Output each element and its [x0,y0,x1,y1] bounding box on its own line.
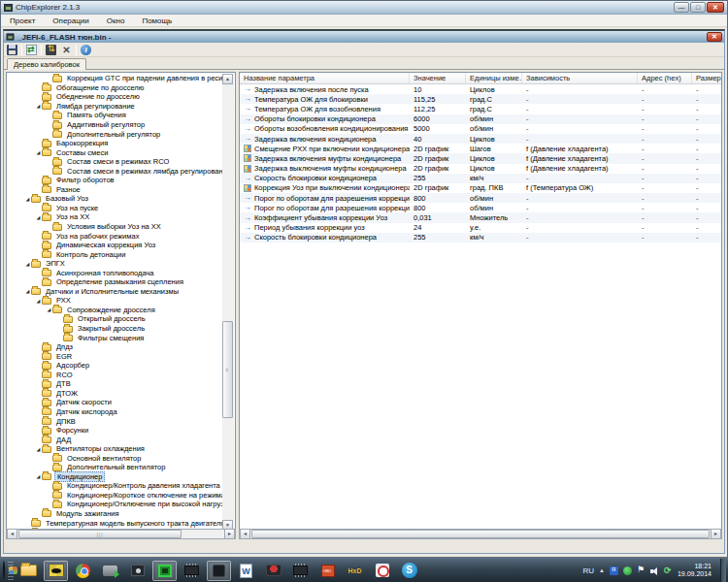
document-close-button[interactable]: ✕ [707,32,722,42]
expand-triangle-icon[interactable]: ◢ [24,196,31,202]
antivirus-tray-icon[interactable] [623,566,632,575]
tree-item[interactable]: Барокоррекция [8,139,222,148]
table-row[interactable]: →Задержка включения кондиционера40Циклов… [240,134,721,144]
tree-item[interactable]: ДАД [8,435,222,444]
tree-item[interactable]: ◢Кондиционер [8,472,222,482]
tree-item[interactable]: Фильтр оборотов [8,176,222,185]
table-row[interactable]: →Задержка включения после пуска10Циклов-… [240,84,721,94]
tree-item[interactable]: Закрытый дроссель [8,324,222,334]
tree-item[interactable]: Обогащение по дросселю [8,83,222,93]
expand-triangle-icon[interactable]: ◢ [24,261,31,267]
action-center-flag-icon[interactable] [637,566,645,575]
tree-item[interactable]: Датчик скорости [8,398,222,407]
scroll-right-arrow[interactable]: ► [224,529,235,539]
save-button[interactable] [6,44,18,56]
word-app[interactable]: W [234,561,258,581]
menu-1[interactable]: Операции [44,16,97,25]
menu-0[interactable]: Проект [1,16,44,25]
table-row[interactable]: →Температура ОЖ для возобновления112,25г… [240,104,721,113]
expand-triangle-icon[interactable]: ◢ [35,149,42,155]
tree-item[interactable]: ◢Датчики и Исполнительные механизмы [8,287,222,297]
menu-3[interactable]: Помощь [133,16,181,25]
table-row[interactable]: →Обороты возобновления кондиционирования… [240,124,721,134]
tree-item[interactable]: ◢РХХ [8,296,222,306]
tree-item[interactable]: Асинхронная топливоподача [8,268,222,277]
tree-item[interactable]: Уоз на рабочих режимах [8,231,222,241]
tree-item[interactable]: Обеднение по дросселю [8,92,222,102]
tree-item[interactable]: ◢Уоз на XX [8,212,222,222]
tree-item[interactable]: Уоз на пуске [8,204,222,213]
tree-item[interactable]: ◢Лямбда регулирование [8,102,222,112]
tree-item[interactable]: Коррекция GTC при падении давления в рес… [8,74,222,83]
read-write-button[interactable] [45,44,57,56]
atv-app[interactable] [261,561,285,581]
column-header[interactable]: Размер [692,73,722,83]
tree-item[interactable]: Фильтры смещения [8,333,222,342]
tree-item[interactable]: Дпдз [8,342,222,352]
tree-item[interactable]: Датчик кислорода [8,407,222,417]
tree-item[interactable]: ◢Составы смеси [8,147,222,157]
tree-item[interactable]: Температурная модель выпускного тракта д… [8,518,222,528]
table-row[interactable]: →Порог по оборотам для разрешения коррек… [240,203,721,212]
table-row[interactable]: →Порог по оборотам для разрешения коррек… [240,193,721,203]
table-row[interactable]: →Период убывания коррекции уоз24у.е.--- [240,223,721,233]
expand-triangle-icon[interactable]: ◢ [35,446,42,452]
tree-item[interactable]: Открытый дроссель [8,314,222,324]
tree-item[interactable]: EGR [8,351,222,361]
column-header[interactable]: Зависимость [522,73,638,83]
tab-calibration-tree[interactable]: Дерево калибровок [7,58,86,70]
tree-item[interactable]: RCO [8,371,222,380]
scroll-thumb[interactable] [251,530,710,538]
tree-item[interactable]: Разное [8,185,222,195]
tree-item[interactable]: ДТВ [8,379,222,389]
ic-chip2-app[interactable] [288,561,313,581]
tray-expand-arrow[interactable]: ▲ [599,567,605,573]
table-row[interactable]: Коррекция Уоз при выключении кондиционер… [240,183,721,193]
language-indicator[interactable]: RU [582,566,594,575]
tree-item[interactable]: Аддитивный регулятор [8,120,222,130]
scroll-left-arrow[interactable]: ◄ [240,529,250,539]
engine-tool-app[interactable] [98,561,122,581]
close-file-button[interactable]: ✕ [60,44,73,56]
show-desktop-button[interactable] [720,559,726,582]
expand-triangle-icon[interactable]: ◢ [46,307,52,312]
ic-chip-app[interactable] [180,561,204,581]
table-row[interactable]: →Скорость блокировки кондиционера255км/ч… [240,174,721,183]
tree-item[interactable]: Условия выборки Уоз на XX [8,222,222,232]
tree-item[interactable]: ДТОЖ [8,389,222,399]
tree-item[interactable]: Состав смеси в режимах лямбда регулирова… [8,166,222,176]
expand-triangle-icon[interactable]: ◢ [35,473,42,479]
column-header[interactable]: Название параметра [240,73,410,83]
tree-item[interactable]: Форсунки [8,426,222,436]
tree-item[interactable]: Кондиционер/Отключение при высокой нагру… [8,500,222,509]
table-row[interactable]: →Скорость блокировки кондиционера255км/ч… [240,233,721,242]
tree-item[interactable]: Основной вентилятор [8,453,222,463]
tree-item[interactable]: Контроль детонации [8,249,222,259]
column-header[interactable]: Единицы изме… [466,73,522,83]
tree-item[interactable]: Адсорбер [8,361,222,371]
green-chip-app[interactable] [152,561,177,581]
skype-app[interactable]: S [397,561,421,581]
chrome-app[interactable] [71,561,95,581]
info-button[interactable]: i [80,44,92,56]
expand-triangle-icon[interactable]: ◢ [35,103,42,109]
table-row[interactable]: →Температура ОЖ для блокировки115,25град… [240,94,721,104]
clock[interactable]: 18:21 19.09.2014 [678,563,715,578]
tree-item[interactable]: ◢ЭПГХ [8,259,222,269]
batman-app[interactable] [44,561,68,581]
tree-item[interactable]: Состав смеси в режимах RCO [8,157,222,167]
maximize-button[interactable]: □ [690,2,706,13]
table-horizontal-scrollbar[interactable]: ◄ ► [239,529,722,539]
hxd-app[interactable]: HxD [343,561,367,581]
tree-item[interactable]: Кондиционер/Контроль давления хладагента [8,481,222,491]
table-row[interactable]: Задержка выключения муфты кондиционера2D… [240,164,721,174]
expand-triangle-icon[interactable]: ◢ [35,214,42,220]
title-bar[interactable]: ChipExplorer 2.1.3 — □ ✕ [1,1,727,15]
tree-item[interactable]: Дополнительный вентилятор [8,463,222,472]
column-header[interactable]: Адрес (hex) [638,73,692,83]
expand-triangle-icon[interactable]: ◢ [35,298,42,304]
punto-tray-icon[interactable] [610,566,618,575]
obd-chip-app[interactable] [315,561,340,581]
tree-item[interactable]: ◢Вентиляторы охлаждения [8,444,222,454]
tree-item[interactable]: Модуль зажигания [8,509,222,519]
